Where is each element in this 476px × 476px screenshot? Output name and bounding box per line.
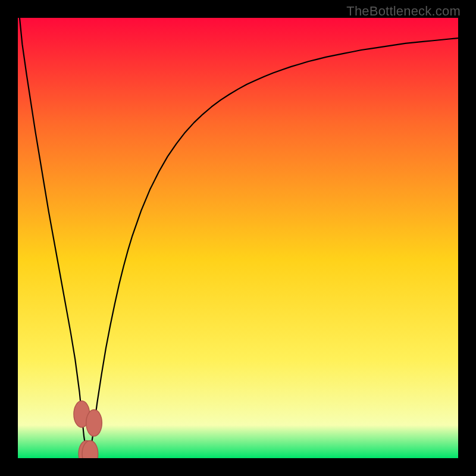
watermark-label: TheBottleneck.com xyxy=(346,4,461,19)
gradient-bg xyxy=(18,18,458,458)
plot-svg xyxy=(18,18,458,458)
figure-frame: TheBottleneck.com xyxy=(0,0,476,476)
marker-dot xyxy=(86,410,102,436)
plot-area xyxy=(18,18,458,458)
